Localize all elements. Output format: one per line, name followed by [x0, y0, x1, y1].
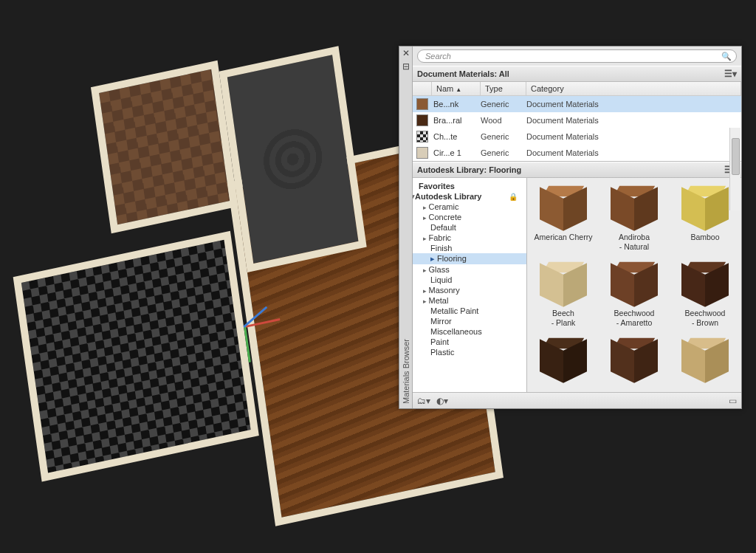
tree-item[interactable]: Mirror: [413, 316, 526, 326]
close-icon[interactable]: ✕: [402, 47, 410, 60]
pin-icon[interactable]: ⊟: [402, 60, 410, 73]
tree-item[interactable]: Plastic: [413, 347, 526, 357]
tree-item[interactable]: Finish: [413, 243, 526, 253]
table-scrollbar[interactable]: [729, 128, 740, 210]
list-options-icon[interactable]: ☰▾: [724, 69, 737, 79]
materials-browser-panel: ✕ ⊟ Materials Browser Search 🔍 Document …: [399, 46, 742, 409]
tree-item[interactable]: Metal: [413, 295, 526, 306]
tree-item[interactable]: Ceramic: [413, 202, 526, 212]
search-row: Search 🔍: [413, 47, 741, 66]
tree-item[interactable]: Paint: [413, 337, 526, 347]
document-materials-header: Document Materials: All ☰▾: [413, 66, 741, 82]
create-material-icon[interactable]: ◐▾: [436, 396, 448, 406]
document-materials-table: Nam ▲ Type Category Be...nkGenericDocume…: [413, 82, 741, 162]
material-thumbnail[interactable]: Beechwood- Amaretto: [601, 258, 667, 327]
panel-title: Materials Browser: [402, 339, 410, 404]
material-thumbnail[interactable]: [672, 334, 738, 385]
tree-item[interactable]: Fabric: [413, 233, 526, 243]
table-row[interactable]: Bra...ralWoodDocument Materials: [413, 112, 741, 128]
search-input[interactable]: Search 🔍: [417, 49, 737, 63]
tree-item[interactable]: Masonry: [413, 285, 526, 295]
tree-item[interactable]: Miscellaneous: [413, 326, 526, 337]
material-thumbnail[interactable]: [530, 334, 597, 385]
material-thumbnail[interactable]: Beech- Plank: [530, 258, 597, 327]
lock-icon: 🔒: [509, 193, 518, 201]
material-thumbnail[interactable]: [601, 334, 667, 385]
material-thumbnails: American Cherry Andiroba- Natural Bamboo…: [527, 178, 741, 392]
material-thumbnail[interactable]: Andiroba- Natural: [601, 182, 667, 251]
manage-icon[interactable]: 🗂▾: [417, 396, 430, 406]
panel-footer: 🗂▾ ◐▾ ▭: [413, 392, 741, 408]
library-tree: Favorites Autodesk Library🔒 CeramicConcr…: [413, 178, 527, 392]
table-row[interactable]: Be...nkGenericDocument Materials: [413, 96, 741, 112]
tree-item[interactable]: Flooring: [413, 253, 526, 264]
table-header[interactable]: Nam ▲ Type Category: [413, 82, 741, 96]
move-gizmo[interactable]: [210, 290, 277, 361]
tree-root[interactable]: Autodesk Library🔒: [413, 191, 526, 202]
material-thumbnail[interactable]: American Cherry: [530, 182, 597, 251]
tree-item[interactable]: Concrete: [413, 212, 526, 222]
tree-item[interactable]: Default: [413, 222, 526, 233]
table-row[interactable]: Cir...e 1GenericDocument Materials: [413, 145, 741, 161]
tree-item[interactable]: Metallic Paint: [413, 306, 526, 316]
table-row[interactable]: Ch...teGenericDocument Materials: [413, 128, 741, 145]
panel-tab-strip: ✕ ⊟ Materials Browser: [399, 47, 413, 408]
tree-item[interactable]: Glass: [413, 264, 526, 275]
material-thumbnail[interactable]: Beechwood- Brown: [672, 258, 738, 327]
tree-item[interactable]: Liquid: [413, 275, 526, 285]
tree-favorites[interactable]: Favorites: [413, 181, 526, 191]
library-header: Autodesk Library: Flooring ☰▾: [413, 162, 741, 178]
expand-icon[interactable]: ▭: [729, 396, 737, 406]
search-icon: 🔍: [721, 52, 732, 61]
material-thumbnail[interactable]: Bamboo: [672, 182, 738, 251]
